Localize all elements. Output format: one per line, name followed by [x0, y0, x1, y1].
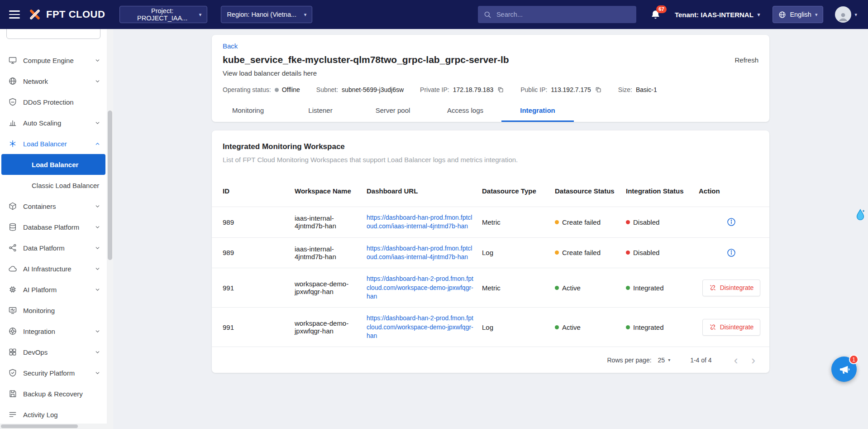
- cell-action: Disintegrate: [699, 308, 769, 347]
- page-title: kube_service_fke-mycluster-qlm78two_grpc…: [223, 54, 509, 65]
- sidebar-item-load-balancer[interactable]: Load Balancer: [0, 133, 107, 154]
- cell-workspace-name: iaas-internal-4jntmd7b-han: [295, 237, 367, 268]
- notifications-button[interactable]: 67: [650, 9, 661, 20]
- region-selector[interactable]: Region: Hanoi (Vietna...▾: [221, 6, 312, 23]
- sidebar-item-integration[interactable]: Integration: [0, 321, 107, 342]
- refresh-button[interactable]: Refresh: [734, 56, 758, 64]
- chevron-down-icon: [95, 328, 100, 334]
- tab-integration[interactable]: Integration: [501, 101, 574, 122]
- cell-dashboard-url: https://dashboard-han-2-prod.fmon.fptclo…: [367, 268, 482, 308]
- monitoring-icon: [8, 306, 17, 315]
- language-selector[interactable]: English ▾: [773, 6, 823, 23]
- info-icon-button[interactable]: [726, 217, 736, 227]
- activity-icon: [8, 410, 17, 419]
- rows-per-page-select[interactable]: 25 ▾: [658, 357, 671, 364]
- sidebar-item-label: Load Balancer: [32, 161, 99, 169]
- previous-page-button[interactable]: ‹: [727, 354, 745, 366]
- logo-text: FPT CLOUD: [46, 9, 105, 20]
- table-pagination: Rows per page: 25 ▾ 1-4 of 4 ‹ ›: [212, 347, 769, 373]
- cell-action: Disintegrate: [699, 268, 769, 308]
- sidebar-vertical-scrollbar[interactable]: [107, 29, 113, 429]
- sidebar-item-ai-infrastructure[interactable]: AI Infrastructure: [0, 258, 107, 279]
- sidebar-item-database-platform[interactable]: Database Platform: [0, 217, 107, 237]
- top-navbar: FPT CLOUD Project: PROJECT_IAA...▾ Regio…: [0, 0, 868, 29]
- sidebar-item-ai-platform[interactable]: AI Platform: [0, 279, 107, 300]
- search-input[interactable]: [496, 10, 631, 19]
- scrollbar-thumb[interactable]: [1, 424, 78, 428]
- sidebar-subitem-classic-load-balancer[interactable]: Classic Load Balancer: [0, 175, 107, 196]
- sidebar-item-network[interactable]: Network: [0, 71, 107, 92]
- cell-datasource-status: Create failed: [555, 207, 626, 238]
- field-operating-status: Operating status:Offline: [223, 86, 300, 93]
- monitor-icon: [8, 56, 17, 65]
- rows-per-page-label: Rows per page:: [607, 357, 652, 364]
- sidebar-item-backup-recovery[interactable]: Backup & Recovery: [0, 383, 107, 404]
- column-datasource-status: Datasource Status: [555, 173, 626, 207]
- sidebar-item-activity-log[interactable]: Activity Log: [0, 404, 107, 425]
- tenant-selector[interactable]: Tenant: IAAS-INTERNAL▾: [675, 11, 760, 19]
- cell-dashboard-url: https://dashboard-han-2-prod.fmon.fptclo…: [367, 308, 482, 347]
- sidebar-subitem-load-balancer[interactable]: Load Balancer: [1, 154, 105, 175]
- workspace-row: 991workspace-demo-jpxwfqgr-hanhttps://da…: [212, 268, 769, 308]
- security-icon: [8, 368, 17, 377]
- chevron-down-icon: ▾: [815, 12, 818, 18]
- next-page-button[interactable]: ›: [744, 354, 762, 366]
- sidebar-item-devops[interactable]: DevOps: [0, 342, 107, 362]
- field-label: Private IP:: [420, 86, 449, 93]
- tab-server-pool[interactable]: Server pool: [357, 101, 429, 122]
- datasource-status: Create failed: [555, 249, 619, 256]
- sidebar-item-containers[interactable]: Containers: [0, 196, 107, 217]
- info-icon-button[interactable]: [726, 248, 736, 258]
- copy-icon[interactable]: [497, 86, 504, 93]
- global-search[interactable]: [478, 6, 636, 23]
- field-size: Size:Basic-1: [618, 86, 657, 93]
- announcements-fab[interactable]: 1: [831, 357, 857, 382]
- user-menu[interactable]: ▾: [835, 6, 857, 23]
- tab-access-logs[interactable]: Access logs: [429, 101, 501, 122]
- cell-id: 989: [212, 237, 295, 268]
- sidebar-horizontal-scrollbar[interactable]: [0, 424, 107, 429]
- sidebar-item-auto-scaling[interactable]: Auto Scaling: [0, 112, 107, 133]
- globe-icon: [8, 77, 17, 86]
- dashboard-url-link[interactable]: https://dashboard-han-prod.fmon.fptcloud…: [367, 213, 475, 231]
- tab-monitoring[interactable]: Monitoring: [212, 101, 284, 122]
- chevron-down-icon: ▾: [758, 12, 760, 18]
- project-selector[interactable]: Project: PROJECT_IAA...▾: [119, 6, 207, 23]
- column-datasource-type: Datasource Type: [482, 173, 555, 207]
- dashboard-url-link[interactable]: https://dashboard-han-prod.fmon.fptcloud…: [367, 244, 475, 262]
- sidebar-item-data-platform[interactable]: Data Platform: [0, 237, 107, 258]
- aiplatform-icon: [8, 285, 17, 294]
- menu-icon[interactable]: [9, 10, 20, 19]
- dashboard-url-link[interactable]: https://dashboard-han-2-prod.fmon.fptclo…: [367, 314, 475, 340]
- sidebar-item-label: Auto Scaling: [23, 119, 95, 127]
- sidebar-menu: Compute EngineNetworkDDoS ProtectionAuto…: [0, 50, 107, 425]
- disintegrate-button[interactable]: Disintegrate: [702, 319, 761, 336]
- scrollbar-thumb[interactable]: [108, 111, 112, 260]
- support-widget[interactable]: [855, 208, 866, 223]
- region-label: Region: Hanoi (Vietna...: [227, 11, 296, 18]
- disintegrate-button[interactable]: Disintegrate: [702, 280, 761, 296]
- back-link[interactable]: Back: [223, 42, 238, 50]
- cell-datasource-type: Log: [482, 237, 555, 268]
- sidebar-search-input[interactable]: [6, 29, 100, 39]
- sidebar-item-monitoring[interactable]: Monitoring: [0, 300, 107, 321]
- aiinfra-icon: [8, 264, 17, 273]
- tab-listener[interactable]: Listener: [284, 101, 357, 122]
- containers-icon: [8, 202, 17, 211]
- status-dot: [555, 325, 559, 329]
- chevron-down-icon: [95, 78, 100, 84]
- droplet-icon: [855, 208, 866, 221]
- cell-dashboard-url: https://dashboard-han-prod.fmon.fptcloud…: [367, 237, 482, 268]
- status-dot: [555, 220, 559, 224]
- field-value: subnet-5699-j3udj6sw: [342, 86, 404, 93]
- sidebar-item-compute-engine[interactable]: Compute Engine: [0, 50, 107, 71]
- dashboard-url-link[interactable]: https://dashboard-han-2-prod.fmon.fptclo…: [367, 275, 475, 301]
- chevron-down-icon: [95, 287, 100, 293]
- cell-dashboard-url: https://dashboard-han-prod.fmon.fptcloud…: [367, 207, 482, 238]
- load-balancer-detail-card: Back kube_service_fke-mycluster-qlm78two…: [212, 35, 769, 122]
- sidebar-item-security-platform[interactable]: Security Platform: [0, 362, 107, 383]
- devops-icon: [8, 347, 17, 357]
- sidebar-item-label: Security Platform: [23, 369, 95, 377]
- sidebar-item-ddos-protection[interactable]: DDoS Protection: [0, 92, 107, 112]
- copy-icon[interactable]: [595, 86, 602, 93]
